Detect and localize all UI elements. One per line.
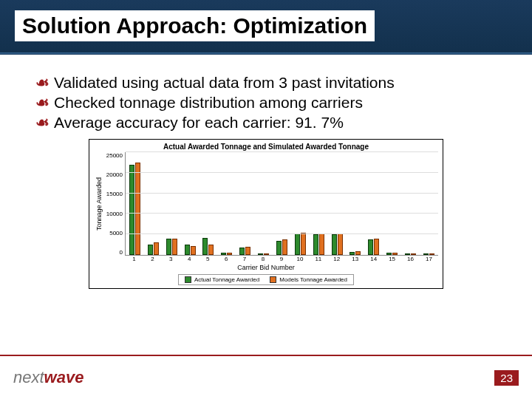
- list-item: ☙Average accuracy for each carrier: 91. …: [35, 114, 504, 132]
- logo-part: wave: [44, 368, 84, 386]
- footer: nextwave 23: [0, 355, 532, 399]
- chart-title: Actual Awarded Tonnage and Simulated Awa…: [94, 143, 438, 151]
- x-axis-label: Carrier Bid Number: [94, 264, 438, 271]
- swatch-icon: [270, 276, 276, 283]
- legend-item: Actual Tonnage Awarded: [185, 276, 259, 283]
- chart: Actual Awarded Tonnage and Simulated Awa…: [89, 139, 443, 289]
- bullet-icon: ☙: [35, 114, 50, 132]
- page-number: 23: [494, 370, 519, 386]
- legend: Actual Tonnage Awarded Models Tonnage Aw…: [178, 274, 354, 285]
- y-ticks: 2500020000150001000050000: [104, 152, 125, 256]
- list-item: ☙Validated using actual data from 3 past…: [35, 74, 504, 92]
- bullet-text: Validated using actual data from 3 past …: [54, 74, 395, 91]
- bullet-list: ☙Validated using actual data from 3 past…: [0, 74, 532, 132]
- title-band: Solution Approach: Optimization: [0, 0, 532, 55]
- bullet-icon: ☙: [35, 74, 50, 92]
- plot-area: [125, 152, 438, 256]
- x-ticks: 1234567891011121314151617: [125, 256, 438, 262]
- legend-item: Models Tonnage Awarded: [270, 276, 347, 283]
- bullet-icon: ☙: [35, 94, 50, 112]
- swatch-icon: [185, 276, 191, 283]
- bullet-text: Average accuracy for each carrier: 91. 7…: [54, 114, 344, 131]
- legend-label: Actual Tonnage Awarded: [194, 276, 259, 283]
- list-item: ☙Checked tonnage distribution among carr…: [35, 94, 504, 112]
- page-title: Solution Approach: Optimization: [15, 10, 375, 41]
- legend-label: Models Tonnage Awarded: [279, 276, 347, 283]
- logo-part: next: [13, 368, 44, 386]
- bullet-text: Checked tonnage distribution among carri…: [54, 94, 363, 111]
- y-axis-label: Tonnage Awarded: [94, 152, 104, 256]
- logo: nextwave: [13, 368, 83, 387]
